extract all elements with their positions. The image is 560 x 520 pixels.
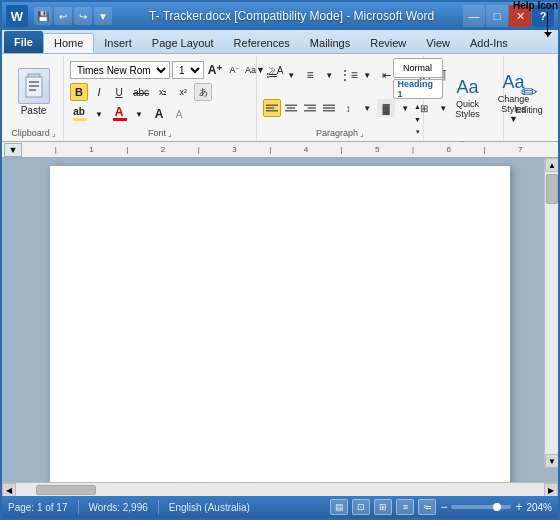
help-annotation: Help Icon xyxy=(513,0,558,37)
tab-mailings[interactable]: Mailings xyxy=(300,33,360,53)
word-logo: W xyxy=(6,5,28,27)
tab-page-layout[interactable]: Page Layout xyxy=(142,33,224,53)
shrink-font-btn2[interactable]: A xyxy=(170,105,188,123)
document-page[interactable] xyxy=(50,166,510,482)
strikethrough-button[interactable]: abc xyxy=(130,83,152,101)
ruler-ticks: | 1 | 2 | 3 | 4 | 5 | 6 | 7 xyxy=(38,145,538,154)
styles-expand-btn[interactable]: ▾ xyxy=(393,126,443,138)
scroll-down-button[interactable]: ▼ xyxy=(545,454,558,468)
print-layout-view-btn[interactable]: ▤ xyxy=(330,499,348,515)
maximize-button[interactable]: □ xyxy=(486,5,508,27)
editing-group-label xyxy=(508,136,550,141)
justify-button[interactable] xyxy=(320,99,338,117)
horizontal-scrollbar[interactable]: ◀ ▶ xyxy=(2,482,558,496)
paragraph-expand[interactable]: ⌟ xyxy=(360,129,364,138)
heading1-style-btn[interactable]: Heading 1 xyxy=(393,79,443,99)
save-quick-btn[interactable]: 💾 xyxy=(34,7,52,25)
bold-button[interactable]: B xyxy=(70,83,88,101)
status-bar: Page: 1 of 17 Words: 2,996 English (Aust… xyxy=(2,496,558,518)
font-label: Font ⌟ xyxy=(68,126,252,141)
editing-button[interactable]: ✏ Editing xyxy=(509,77,549,118)
tab-insert[interactable]: Insert xyxy=(94,33,142,53)
tab-home[interactable]: Home xyxy=(43,33,94,53)
zoom-out-button[interactable]: − xyxy=(440,500,447,514)
zoom-level: 204% xyxy=(526,502,552,513)
zoom-slider[interactable] xyxy=(451,505,511,509)
styles-group: Normal Heading 1 ▲ ▼ ▾ Aa QuickStyles Aa xyxy=(424,56,504,141)
phonetic-guide-button[interactable]: あ xyxy=(194,83,212,101)
clipboard-label: Clipboard ⌟ xyxy=(10,126,57,141)
hscroll-track[interactable] xyxy=(16,483,544,496)
full-screen-view-btn[interactable]: ⊡ xyxy=(352,499,370,515)
subscript-button[interactable]: x₂ xyxy=(154,83,172,101)
minimize-button[interactable]: — xyxy=(463,5,485,27)
svg-rect-2 xyxy=(29,81,39,83)
quick-styles-button[interactable]: Aa QuickStyles xyxy=(447,74,489,122)
align-left-button[interactable] xyxy=(263,99,281,117)
page-count: Page: 1 of 17 xyxy=(8,502,68,513)
paste-button[interactable]: Paste xyxy=(14,66,54,118)
multilevel-dropdown[interactable]: ▼ xyxy=(358,66,376,84)
align-center-button[interactable] xyxy=(282,99,300,117)
styles-scroll-up[interactable]: ▲ xyxy=(393,100,443,112)
document-scroll-area: ▲ ▼ xyxy=(2,158,558,482)
outline-view-btn[interactable]: ≡ xyxy=(396,499,414,515)
ribbon: Paste Clipboard ⌟ Times New Roman xyxy=(2,54,558,142)
underline-button[interactable]: U xyxy=(110,83,128,101)
clipboard-group: Paste Clipboard ⌟ xyxy=(6,56,64,141)
tab-add-ins[interactable]: Add-Ins xyxy=(460,33,518,53)
font-color-dropdown-btn[interactable]: ▼ xyxy=(130,105,148,123)
font-group: Times New Roman 14 A⁺ A⁻ Aa▼ ⨠A B I U xyxy=(64,56,257,141)
zoom-in-button[interactable]: + xyxy=(515,500,522,514)
word-count: Words: 2,996 xyxy=(89,502,148,513)
font-size-select[interactable]: 14 xyxy=(172,61,204,79)
text-highlight-button[interactable]: ab xyxy=(70,105,88,123)
vertical-scrollbar[interactable]: ▲ ▼ xyxy=(544,158,558,468)
superscript-button[interactable]: x² xyxy=(174,83,192,101)
shrink-font-button[interactable]: A⁻ xyxy=(226,61,244,79)
scroll-track[interactable] xyxy=(545,172,558,454)
scroll-thumb[interactable] xyxy=(546,174,558,204)
highlight-color-bar xyxy=(73,118,87,121)
numbered-list-button[interactable]: ≡ xyxy=(301,66,319,84)
styles-scroll-down[interactable]: ▼ xyxy=(393,113,443,125)
zoom-thumb xyxy=(493,503,501,511)
font-name-select[interactable]: Times New Roman xyxy=(70,61,170,79)
scroll-up-button[interactable]: ▲ xyxy=(545,158,558,172)
redo-quick-btn[interactable]: ↪ xyxy=(74,7,92,25)
help-arrow-line xyxy=(547,12,548,37)
hscroll-thumb[interactable] xyxy=(36,485,96,495)
font-expand[interactable]: ⌟ xyxy=(168,129,172,138)
scroll-left-button[interactable]: ◀ xyxy=(2,483,16,496)
clipboard-expand[interactable]: ⌟ xyxy=(52,129,56,138)
grow-font-button[interactable]: A⁺ xyxy=(206,61,224,79)
paste-icon xyxy=(18,68,50,104)
line-spacing-dropdown[interactable]: ▼ xyxy=(358,99,376,117)
font-color-button[interactable]: A xyxy=(110,105,128,123)
multilevel-list-button[interactable]: ⋮≡ xyxy=(339,66,357,84)
tab-file[interactable]: File xyxy=(4,31,43,53)
editing-label: Editing xyxy=(515,105,543,115)
align-right-button[interactable] xyxy=(301,99,319,117)
highlight-dropdown-btn[interactable]: ▼ xyxy=(90,105,108,123)
scroll-right-button[interactable]: ▶ xyxy=(544,483,558,496)
draft-view-btn[interactable]: ≔ xyxy=(418,499,436,515)
undo-quick-btn[interactable]: ↩ xyxy=(54,7,72,25)
clipboard-content: Paste xyxy=(10,58,57,126)
window-title: T- Tracker.docx [Compatibility Mode] - M… xyxy=(120,9,463,23)
bullet-list-dropdown[interactable]: ▼ xyxy=(282,66,300,84)
quickaccess-dropdown-btn[interactable]: ▼ xyxy=(94,7,112,25)
numbered-list-dropdown[interactable]: ▼ xyxy=(320,66,338,84)
line-spacing-button[interactable]: ↕ xyxy=(339,99,357,117)
grow-font-btn2[interactable]: A xyxy=(150,105,168,123)
tab-review[interactable]: Review xyxy=(360,33,416,53)
help-label: Help Icon xyxy=(513,0,558,12)
web-layout-view-btn[interactable]: ⊞ xyxy=(374,499,392,515)
tab-references[interactable]: References xyxy=(224,33,300,53)
ruler-indent-marker[interactable]: ▼ xyxy=(4,143,22,157)
italic-button[interactable]: I xyxy=(90,83,108,101)
normal-style-btn[interactable]: Normal xyxy=(393,58,443,78)
styles-gallery: Normal Heading 1 ▲ ▼ ▾ xyxy=(393,58,443,138)
tab-view[interactable]: View xyxy=(416,33,460,53)
bullet-list-button[interactable]: ≔ xyxy=(263,66,281,84)
